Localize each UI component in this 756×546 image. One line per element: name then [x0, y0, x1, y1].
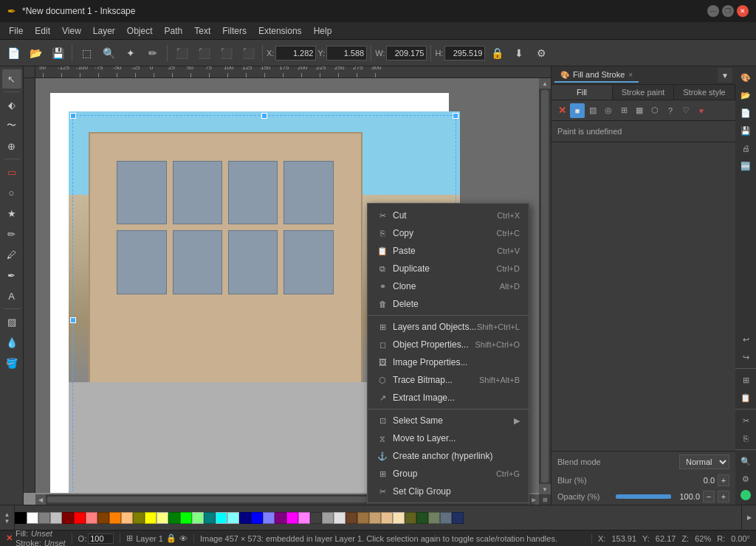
swatch-red[interactable] [74, 512, 86, 524]
menu-view[interactable]: View [56, 24, 87, 38]
swatch-darkgreen[interactable] [168, 512, 180, 524]
swatch-lightblue[interactable] [263, 512, 275, 524]
cm-clone[interactable]: ⚭ Clone Alt+D [368, 277, 529, 295]
align-left[interactable]: ⬛ [171, 43, 192, 63]
node-edit-tool[interactable]: ⬖ [2, 95, 21, 114]
lock-ratio[interactable]: 🔒 [487, 43, 507, 63]
rect-tool[interactable]: ▭ [2, 162, 21, 182]
text-tool[interactable]: A [2, 286, 21, 305]
swatch-white[interactable] [27, 512, 38, 524]
swatch-lightyellow[interactable] [157, 512, 168, 524]
align-center[interactable]: ⬛ [193, 43, 214, 63]
callig-tool[interactable]: ✒ [2, 266, 21, 285]
cm-paste[interactable]: 📋 Paste Ctrl+V [368, 242, 529, 260]
menu-text[interactable]: Text [188, 24, 216, 38]
save-button[interactable]: 💾 [47, 43, 68, 63]
cursor-tool[interactable]: ⬚ [76, 43, 97, 63]
swatch-tan[interactable] [369, 512, 381, 524]
zoom-tool[interactable]: 🔍 [98, 43, 119, 63]
swatch-slate[interactable] [440, 512, 452, 524]
tweak-tool[interactable]: 〜 [2, 116, 21, 135]
paint-target-button[interactable]: ♥ [694, 103, 709, 118]
h-input[interactable] [444, 46, 485, 61]
ri-search-icon[interactable]: 🔍 [738, 453, 754, 469]
swatch-lightgray[interactable] [50, 512, 62, 524]
scroll-down-button[interactable]: ▼ [539, 484, 551, 494]
ri-fill-stroke-icon[interactable]: 🎨 [738, 69, 754, 86]
cm-copy[interactable]: ⎘ Copy Ctrl+C [368, 224, 529, 242]
swatch-gray[interactable] [38, 512, 50, 524]
pen-tool[interactable]: 🖊 [2, 245, 21, 264]
open-button[interactable]: 📂 [25, 43, 46, 63]
close-button[interactable]: ✕ [737, 5, 749, 17]
tab-fill[interactable]: Fill [551, 85, 613, 100]
tab-stroke-paint[interactable]: Stroke paint [613, 85, 674, 100]
swatch-cyan[interactable] [216, 512, 227, 524]
new-button[interactable]: 📄 [3, 43, 24, 63]
maximize-button[interactable]: ❐ [722, 5, 734, 17]
node-tool[interactable]: ✦ [120, 43, 141, 63]
swatch-lightred[interactable] [86, 512, 97, 524]
tab-stroke-style[interactable]: Stroke style [674, 85, 735, 100]
swatch-lightcyan[interactable] [227, 512, 239, 524]
ri-document-icon[interactable]: 📄 [738, 105, 754, 121]
swatch-darkred[interactable] [62, 512, 74, 524]
blend-mode-select[interactable]: Normal Multiply Screen Overlay [679, 455, 729, 469]
swatch-olive[interactable] [405, 512, 416, 524]
swatch-darkblue[interactable] [239, 512, 251, 524]
paint-heart-button[interactable]: ♡ [678, 103, 693, 118]
distribute[interactable]: ⬛ [238, 43, 258, 63]
blur-decrease-button[interactable]: + [718, 474, 729, 486]
paint-linear-button[interactable]: ▨ [585, 103, 600, 118]
swatch-skin[interactable] [381, 512, 393, 524]
paint-swatch-button[interactable]: ⬡ [647, 103, 662, 118]
cm-img-props[interactable]: 🖼 Image Properties... [368, 353, 529, 371]
opacity-decrease-button[interactable]: − [703, 491, 715, 502]
swatch-darkyellow[interactable] [133, 512, 145, 524]
swatch-lightmagenta[interactable] [298, 512, 310, 524]
swatch-lightgreen[interactable] [192, 512, 204, 524]
canvas-area[interactable]: 50 -125 -100 -75 -50 -25 0 25 50 75 100 … [24, 66, 551, 505]
swatch-darkorange[interactable] [97, 512, 109, 524]
ri-copy2-icon[interactable]: ⎘ [738, 430, 754, 446]
cm-extract[interactable]: ↗ Extract Image... [368, 389, 529, 407]
swatch-green[interactable] [180, 512, 192, 524]
swatch-blue[interactable] [251, 512, 263, 524]
ellipse-tool[interactable]: ○ [2, 183, 21, 202]
swatch-purple[interactable] [275, 512, 286, 524]
paint-tool[interactable]: 🪣 [2, 353, 21, 373]
gradient-tool[interactable]: ▨ [2, 312, 21, 331]
palette-scroll-right[interactable]: ▶ [741, 505, 756, 530]
cm-set-clip[interactable]: ✂ Set Clip Group [368, 483, 529, 500]
cm-layers[interactable]: ⊞ Layers and Objects... Shift+Ctrl+L [368, 318, 529, 336]
swatch-yellow[interactable] [145, 512, 157, 524]
selector-tool[interactable]: ↖ [2, 69, 21, 89]
ri-settings-icon[interactable]: ⚙ [738, 471, 754, 487]
swatch-brown1[interactable] [346, 512, 357, 524]
menu-extensions[interactable]: Extensions [252, 24, 308, 38]
paint-pattern-button[interactable]: ▦ [632, 103, 647, 118]
ri-open-icon[interactable]: 📂 [738, 87, 754, 103]
opacity-increase-button[interactable]: + [718, 491, 729, 502]
paint-none-button[interactable]: ✕ [554, 103, 569, 118]
cm-delete[interactable]: 🗑 Delete [368, 295, 529, 313]
zoom-canvas-tool[interactable]: ⊕ [2, 136, 21, 156]
cm-move-layer[interactable]: ⧖ Move to Layer... [368, 429, 529, 447]
paint-mesh-button[interactable]: ⊞ [616, 103, 631, 118]
ri-cut-icon[interactable]: ✂ [738, 412, 754, 429]
swatch-orange[interactable] [109, 512, 121, 524]
tab-fill-stroke[interactable]: 🎨 Fill and Stroke × [554, 68, 639, 83]
paint-unknown-button[interactable]: ? [663, 103, 678, 118]
swatch-medgray[interactable] [322, 512, 334, 524]
ri-new-icon[interactable]: 🆕 [738, 158, 754, 174]
ri-print-icon[interactable]: 🖨 [738, 140, 754, 156]
swatch-lightskin[interactable] [393, 512, 405, 524]
star-tool[interactable]: ★ [2, 204, 21, 223]
snap-toggle[interactable]: ⚙ [531, 43, 551, 63]
ri-layers-icon[interactable]: ⊞ [738, 372, 754, 388]
ri-save-icon[interactable]: 💾 [738, 122, 754, 139]
minimize-button[interactable]: — [707, 5, 719, 17]
snap-menu[interactable]: ⬇ [509, 43, 529, 63]
cm-group[interactable]: ⊞ Group Ctrl+G [368, 465, 529, 483]
palette-scroll-up[interactable]: ▲ ▼ [0, 505, 15, 530]
